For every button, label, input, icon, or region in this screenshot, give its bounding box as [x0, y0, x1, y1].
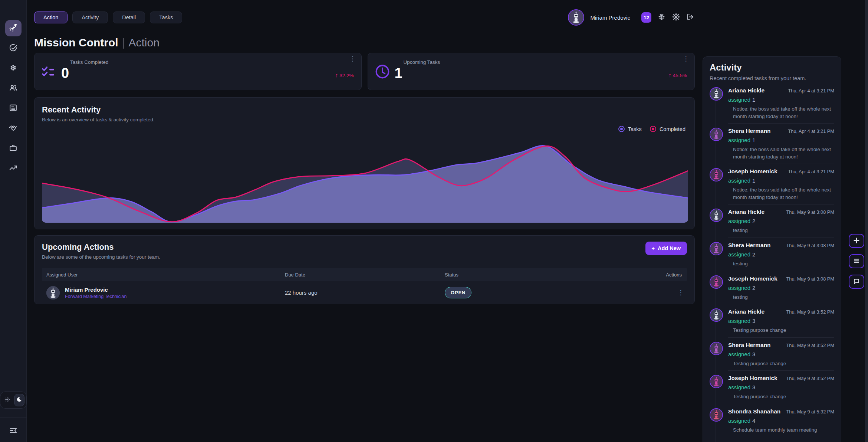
activity-timestamp: Thu, May 9 at 3:52 PM — [786, 376, 834, 381]
activity-timestamp: Thu, May 9 at 3:08 PM — [786, 209, 834, 215]
activity-item: Shondra Shanahan Thu, May 9 at 5:32 PM a… — [710, 408, 834, 441]
activity-item: Joseph Homenick Thu, Apr 4 at 3:21 PM as… — [710, 168, 834, 209]
activity-user-name: Joseph Homenick — [728, 168, 777, 175]
page-title-secondary: Action — [128, 36, 159, 49]
column-header-assigned-user: Assigned User — [42, 272, 280, 278]
avatar — [710, 128, 723, 141]
activity-user-name: Shondra Shanahan — [728, 408, 780, 415]
add-new-button[interactable]: + Add New — [645, 242, 687, 255]
user-avatar[interactable] — [568, 9, 584, 26]
activity-item: Shera Hermann Thu, May 9 at 3:08 PM assi… — [710, 242, 834, 275]
tab-action[interactable]: Action — [34, 12, 68, 23]
sidebar-item-missions[interactable] — [5, 20, 22, 36]
activity-timestamp: Thu, Apr 4 at 3:21 PM — [788, 88, 834, 94]
tab-activity[interactable]: Activity — [72, 12, 108, 23]
bug-report-button[interactable] — [657, 13, 666, 22]
stat-menu-button[interactable]: ⋮ — [682, 58, 690, 60]
bug-icon — [657, 13, 666, 22]
activity-user-name: Ariana Hickle — [728, 209, 765, 215]
activity-action: assigned — [728, 318, 750, 324]
plus-icon — [853, 237, 860, 245]
view-tabs: ActionActivityDetailTasks — [34, 12, 182, 23]
activity-note: Notice: the boss said take off the whole… — [728, 146, 834, 160]
rocket-icon — [9, 23, 18, 33]
avatar — [710, 375, 723, 388]
activity-user-name: Shera Hermann — [728, 128, 771, 134]
activity-note: testing — [728, 227, 834, 234]
sidebar-item-projects[interactable] — [5, 140, 22, 157]
sidebar-footer — [0, 392, 26, 442]
activity-panel-subtitle: Recent completed tasks from your team. — [710, 75, 834, 81]
sidebar — [0, 0, 27, 442]
activity-timestamp: Thu, May 9 at 3:52 PM — [786, 343, 834, 348]
upcoming-actions-title: Upcoming Actions — [42, 242, 687, 252]
gear-icon — [672, 13, 680, 22]
theme-toggle — [0, 392, 27, 409]
activity-item: Shera Hermann Thu, Apr 4 at 3:21 PM assi… — [710, 128, 834, 168]
tab-detail[interactable]: Detail — [113, 12, 145, 23]
sidebar-item-feed[interactable] — [5, 100, 22, 117]
sidebar-divider — [0, 418, 27, 418]
page-scrollbar[interactable] — [865, 0, 868, 442]
check-circle-icon — [9, 43, 18, 53]
sidebar-item-team[interactable] — [5, 80, 22, 96]
activity-action: assigned — [728, 96, 750, 103]
activity-count: 1 — [752, 137, 755, 143]
dark-mode-button[interactable] — [14, 394, 24, 406]
assigned-user-role: Forward Marketing Technician — [65, 294, 127, 299]
activity-action: assigned — [728, 285, 750, 291]
sidebar-nav — [0, 0, 26, 177]
light-mode-button[interactable] — [2, 394, 13, 406]
avatar — [710, 308, 723, 322]
activity-panel-title: Activity — [710, 62, 834, 73]
activity-item: Joseph Homenick Thu, May 9 at 3:52 PM as… — [710, 375, 834, 408]
legend-dot-icon — [650, 126, 656, 132]
legend-item-tasks[interactable]: Tasks — [618, 126, 642, 132]
stat-menu-button[interactable]: ⋮ — [349, 58, 357, 60]
stat-value: 1 — [395, 66, 695, 81]
list-view-button[interactable] — [849, 254, 864, 268]
recent-activity-card: Recent Activity Below is an overview of … — [34, 97, 695, 229]
sidebar-item-tasks[interactable] — [5, 40, 22, 56]
activity-action: assigned — [728, 351, 750, 357]
handshake-icon — [9, 123, 18, 134]
quick-add-button[interactable] — [849, 234, 864, 248]
collapse-sidebar-button[interactable] — [9, 426, 18, 436]
feed-icon — [9, 103, 18, 114]
chart-legend: TasksCompleted — [618, 126, 685, 132]
notification-count-badge: 12 — [641, 12, 651, 23]
activity-note: Testing purpose change — [728, 393, 834, 400]
avatar — [710, 87, 723, 101]
upcoming-actions-table: Assigned UserDue DateStatusActions Miria… — [42, 268, 687, 304]
settings-button[interactable] — [672, 13, 680, 22]
assigned-user-cell: Miriam Predovic Forward Marketing Techni… — [42, 286, 280, 299]
page-title-primary: Mission Control — [34, 36, 118, 49]
activity-timestamp: Thu, May 9 at 3:08 PM — [786, 243, 834, 248]
stat-delta: ↑45.5% — [668, 72, 687, 79]
sidebar-item-hive[interactable] — [5, 60, 22, 76]
chat-button[interactable] — [849, 275, 864, 289]
upcoming-actions-card: Upcoming Actions Below are some of the u… — [34, 235, 695, 304]
activity-action: assigned — [728, 218, 750, 224]
recent-activity-title: Recent Activity — [42, 105, 688, 115]
sidebar-item-partners[interactable] — [5, 120, 22, 137]
legend-item-completed[interactable]: Completed — [650, 126, 685, 132]
page-title: Mission Control|Action — [34, 36, 695, 49]
column-header-actions: Actions — [657, 272, 687, 278]
avatar — [710, 242, 723, 255]
avatar — [710, 342, 723, 355]
due-date-cell: 22 hours ago — [280, 289, 440, 296]
activity-action: assigned — [728, 418, 750, 424]
avatar — [710, 275, 723, 289]
activity-action: assigned — [728, 384, 750, 390]
activity-item: Ariana Hickle Thu, May 9 at 3:52 PM assi… — [710, 308, 834, 342]
status-badge: OPEN — [445, 287, 471, 298]
collapse-menu-icon — [9, 430, 18, 436]
sidebar-item-analytics[interactable] — [5, 160, 22, 177]
activity-count: 3 — [752, 351, 755, 357]
table-body: Miriam Predovic Forward Marketing Techni… — [42, 281, 687, 304]
row-actions-button[interactable]: ⋮ — [677, 291, 685, 294]
stat-label: Tasks Completed — [70, 59, 361, 65]
tab-tasks[interactable]: Tasks — [150, 12, 182, 23]
logout-button[interactable] — [686, 13, 695, 22]
